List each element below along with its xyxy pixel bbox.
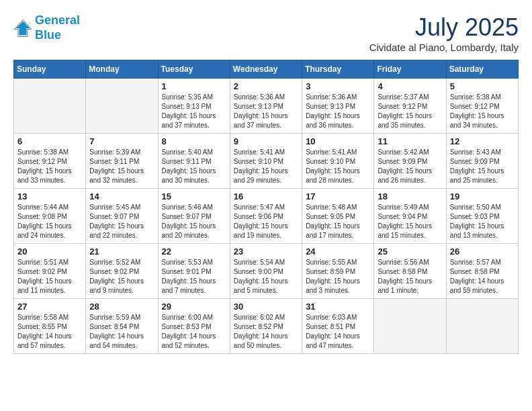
col-header-wednesday: Wednesday: [230, 60, 302, 79]
day-info: Sunrise: 5:53 AMSunset: 9:01 PMDaylight:…: [162, 258, 226, 295]
day-number: 14: [89, 191, 154, 201]
logo-text: General Blue: [35, 13, 80, 42]
calendar-cell: 31Sunrise: 6:03 AMSunset: 8:51 PMDayligh…: [302, 299, 374, 354]
col-header-sunday: Sunday: [14, 60, 86, 79]
calendar-cell: 5Sunrise: 5:38 AMSunset: 9:12 PMDaylight…: [446, 79, 518, 134]
calendar-cell: 23Sunrise: 5:54 AMSunset: 9:00 PMDayligh…: [230, 244, 302, 299]
day-info: Sunrise: 6:03 AMSunset: 8:51 PMDaylight:…: [306, 313, 370, 351]
day-number: 8: [162, 136, 226, 146]
calendar-cell: 12Sunrise: 5:43 AMSunset: 9:09 PMDayligh…: [446, 134, 518, 189]
day-number: 27: [17, 302, 82, 312]
month-title: July 2025: [369, 13, 519, 42]
day-number: 20: [17, 246, 82, 257]
col-header-friday: Friday: [374, 60, 446, 79]
calendar-cell: 27Sunrise: 5:58 AMSunset: 8:55 PMDayligh…: [14, 299, 86, 354]
day-number: 13: [17, 191, 82, 201]
week-row-2: 6Sunrise: 5:38 AMSunset: 9:12 PMDaylight…: [14, 134, 519, 189]
calendar-cell: 25Sunrise: 5:56 AMSunset: 8:58 PMDayligh…: [374, 244, 446, 299]
day-number: 28: [89, 302, 154, 312]
calendar-cell: 26Sunrise: 5:57 AMSunset: 8:58 PMDayligh…: [446, 244, 518, 299]
day-info: Sunrise: 5:57 AMSunset: 8:58 PMDaylight:…: [450, 258, 515, 295]
day-number: 6: [17, 136, 82, 146]
week-row-4: 20Sunrise: 5:51 AMSunset: 9:02 PMDayligh…: [14, 244, 519, 299]
calendar-cell: 16Sunrise: 5:47 AMSunset: 9:06 PMDayligh…: [230, 189, 302, 244]
calendar-cell: 4Sunrise: 5:37 AMSunset: 9:12 PMDaylight…: [374, 79, 446, 134]
col-header-thursday: Thursday: [302, 60, 374, 79]
day-info: Sunrise: 5:52 AMSunset: 9:02 PMDaylight:…: [89, 258, 154, 295]
day-number: 1: [162, 81, 226, 91]
day-number: 30: [234, 302, 298, 312]
day-number: 2: [234, 81, 298, 91]
calendar-cell: 14Sunrise: 5:45 AMSunset: 9:07 PMDayligh…: [86, 189, 158, 244]
day-info: Sunrise: 5:40 AMSunset: 9:11 PMDaylight:…: [162, 148, 226, 185]
title-block: July 2025 Cividate al Piano, Lombardy, I…: [369, 13, 519, 53]
day-info: Sunrise: 5:41 AMSunset: 9:10 PMDaylight:…: [306, 148, 370, 185]
day-info: Sunrise: 5:42 AMSunset: 9:09 PMDaylight:…: [378, 148, 442, 185]
location-subtitle: Cividate al Piano, Lombardy, Italy: [369, 42, 519, 53]
day-info: Sunrise: 6:02 AMSunset: 8:52 PMDaylight:…: [234, 313, 298, 351]
day-number: 3: [306, 81, 370, 91]
calendar-cell: 6Sunrise: 5:38 AMSunset: 9:12 PMDaylight…: [14, 134, 86, 189]
logo-line2: Blue: [35, 28, 61, 42]
logo: General Blue: [13, 13, 80, 42]
day-number: 7: [89, 136, 154, 146]
day-info: Sunrise: 5:36 AMSunset: 9:13 PMDaylight:…: [306, 93, 370, 130]
day-info: Sunrise: 5:56 AMSunset: 8:58 PMDaylight:…: [378, 258, 442, 295]
week-row-5: 27Sunrise: 5:58 AMSunset: 8:55 PMDayligh…: [14, 299, 519, 354]
day-info: Sunrise: 5:58 AMSunset: 8:55 PMDaylight:…: [17, 313, 82, 351]
logo-icon: [13, 19, 32, 38]
day-info: Sunrise: 5:59 AMSunset: 8:54 PMDaylight:…: [89, 313, 154, 351]
day-info: Sunrise: 5:55 AMSunset: 8:59 PMDaylight:…: [306, 258, 370, 295]
col-header-saturday: Saturday: [446, 60, 518, 79]
calendar-cell: [14, 79, 86, 134]
calendar-cell: 2Sunrise: 5:36 AMSunset: 9:13 PMDaylight…: [230, 79, 302, 134]
calendar-cell: 19Sunrise: 5:50 AMSunset: 9:03 PMDayligh…: [446, 189, 518, 244]
calendar-cell: [446, 299, 518, 354]
day-number: 11: [378, 136, 442, 146]
calendar-cell: 24Sunrise: 5:55 AMSunset: 8:59 PMDayligh…: [302, 244, 374, 299]
day-number: 21: [89, 246, 154, 257]
day-info: Sunrise: 5:51 AMSunset: 9:02 PMDaylight:…: [17, 258, 82, 295]
day-number: 10: [306, 136, 370, 146]
calendar-cell: 20Sunrise: 5:51 AMSunset: 9:02 PMDayligh…: [14, 244, 86, 299]
calendar-cell: 29Sunrise: 6:00 AMSunset: 8:53 PMDayligh…: [158, 299, 230, 354]
day-info: Sunrise: 5:49 AMSunset: 9:04 PMDaylight:…: [378, 203, 442, 240]
calendar-cell: 13Sunrise: 5:44 AMSunset: 9:08 PMDayligh…: [14, 189, 86, 244]
calendar-cell: 1Sunrise: 5:35 AMSunset: 9:13 PMDaylight…: [158, 79, 230, 134]
day-info: Sunrise: 5:47 AMSunset: 9:06 PMDaylight:…: [234, 203, 298, 240]
day-number: 29: [162, 302, 226, 312]
day-number: 19: [450, 191, 515, 201]
day-number: 15: [162, 191, 226, 201]
day-info: Sunrise: 5:41 AMSunset: 9:10 PMDaylight:…: [234, 148, 298, 185]
day-info: Sunrise: 5:45 AMSunset: 9:07 PMDaylight:…: [89, 203, 154, 240]
calendar-cell: 8Sunrise: 5:40 AMSunset: 9:11 PMDaylight…: [158, 134, 230, 189]
calendar-cell: 30Sunrise: 6:02 AMSunset: 8:52 PMDayligh…: [230, 299, 302, 354]
calendar-cell: 22Sunrise: 5:53 AMSunset: 9:01 PMDayligh…: [158, 244, 230, 299]
day-number: 17: [306, 191, 370, 201]
day-number: 23: [234, 246, 298, 257]
calendar-cell: 18Sunrise: 5:49 AMSunset: 9:04 PMDayligh…: [374, 189, 446, 244]
day-info: Sunrise: 5:54 AMSunset: 9:00 PMDaylight:…: [234, 258, 298, 295]
day-info: Sunrise: 5:39 AMSunset: 9:11 PMDaylight:…: [89, 148, 154, 185]
calendar-header-row: SundayMondayTuesdayWednesdayThursdayFrid…: [14, 60, 519, 79]
day-info: Sunrise: 5:50 AMSunset: 9:03 PMDaylight:…: [450, 203, 515, 240]
day-info: Sunrise: 5:43 AMSunset: 9:09 PMDaylight:…: [450, 148, 515, 185]
logo-line1: General: [35, 13, 80, 27]
day-info: Sunrise: 6:00 AMSunset: 8:53 PMDaylight:…: [162, 313, 226, 351]
calendar-cell: 15Sunrise: 5:46 AMSunset: 9:07 PMDayligh…: [158, 189, 230, 244]
calendar-table: SundayMondayTuesdayWednesdayThursdayFrid…: [13, 60, 519, 354]
calendar-cell: 3Sunrise: 5:36 AMSunset: 9:13 PMDaylight…: [302, 79, 374, 134]
day-info: Sunrise: 5:46 AMSunset: 9:07 PMDaylight:…: [162, 203, 226, 240]
calendar-cell: [86, 79, 158, 134]
day-number: 16: [234, 191, 298, 201]
day-number: 31: [306, 302, 370, 312]
day-number: 5: [450, 81, 515, 91]
day-number: 24: [306, 246, 370, 257]
day-number: 18: [378, 191, 442, 201]
day-number: 22: [162, 246, 226, 257]
calendar-cell: 10Sunrise: 5:41 AMSunset: 9:10 PMDayligh…: [302, 134, 374, 189]
week-row-3: 13Sunrise: 5:44 AMSunset: 9:08 PMDayligh…: [14, 189, 519, 244]
page-header: General Blue July 2025 Cividate al Piano…: [13, 13, 519, 53]
day-number: 4: [378, 81, 442, 91]
day-info: Sunrise: 5:38 AMSunset: 9:12 PMDaylight:…: [450, 93, 515, 130]
